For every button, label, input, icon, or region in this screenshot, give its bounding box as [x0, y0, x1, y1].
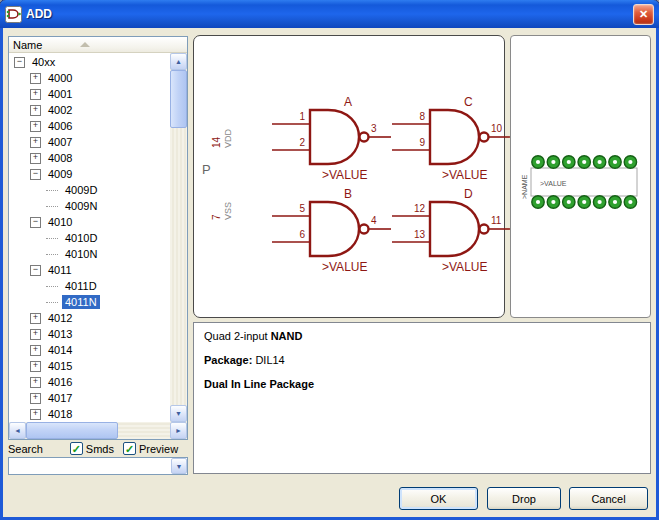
- svg-text:3: 3: [371, 123, 377, 134]
- tree-item-4017[interactable]: +4017: [12, 390, 170, 406]
- tree-item-4014[interactable]: +4014: [12, 342, 170, 358]
- tree-item-label[interactable]: 40xx: [29, 55, 58, 69]
- tree-item-label[interactable]: 4012: [45, 311, 75, 325]
- tree-indent: [12, 126, 30, 127]
- tree-column-header-name[interactable]: Name: [9, 37, 187, 53]
- tree-item-4012[interactable]: +4012: [12, 310, 170, 326]
- expand-icon[interactable]: +: [30, 409, 41, 420]
- expand-icon[interactable]: +: [30, 73, 41, 84]
- tree-connector: [46, 286, 58, 287]
- tree-item-label[interactable]: 4011N: [62, 295, 100, 309]
- power-bottom-pin: 7: [211, 214, 222, 220]
- library-tree-panel: Name −40xx+4000+4001+4002+4006+4007+4008…: [8, 36, 188, 440]
- drop-button[interactable]: Drop: [487, 487, 561, 510]
- tree-item-label[interactable]: 4018: [45, 407, 75, 421]
- collapse-icon[interactable]: −: [30, 265, 41, 276]
- expand-icon[interactable]: +: [30, 313, 41, 324]
- tree-item-label[interactable]: 4002: [45, 103, 75, 117]
- tree-indent: [12, 158, 30, 159]
- tree-indent: [12, 174, 30, 175]
- scroll-left-icon[interactable]: ◄: [9, 422, 26, 439]
- tree-item-4011D[interactable]: 4011D: [12, 278, 170, 294]
- tree-connector: [46, 206, 58, 207]
- tree-item-label[interactable]: 4007: [45, 135, 75, 149]
- expand-icon[interactable]: +: [30, 105, 41, 116]
- tree-item-label[interactable]: 4010D: [62, 231, 100, 245]
- tree-item-4000[interactable]: +4000: [12, 70, 170, 86]
- scroll-down-icon[interactable]: ▼: [170, 405, 187, 422]
- tree-item-label[interactable]: 4013: [45, 327, 75, 341]
- svg-text:11: 11: [491, 215, 502, 226]
- tree-item-4008[interactable]: +4008: [12, 150, 170, 166]
- tree-item-label[interactable]: 4011: [45, 263, 75, 277]
- tree-item-4010[interactable]: −4010: [12, 214, 170, 230]
- vertical-scroll-thumb[interactable]: [170, 70, 187, 128]
- horizontal-scroll-thumb[interactable]: [26, 422, 118, 439]
- tree-connector: [46, 302, 58, 303]
- vertical-scroll-track[interactable]: [170, 70, 187, 405]
- tree-item-4011N[interactable]: 4011N: [12, 294, 170, 310]
- tree-item-4013[interactable]: +4013: [12, 326, 170, 342]
- tree-item-label[interactable]: 4008: [45, 151, 75, 165]
- horizontal-scroll-track[interactable]: [26, 422, 170, 439]
- preview-label[interactable]: Preview: [139, 443, 178, 455]
- expand-icon[interactable]: +: [30, 393, 41, 404]
- tree-item-40xx[interactable]: −40xx: [12, 54, 170, 70]
- tree-item-4010D[interactable]: 4010D: [12, 230, 170, 246]
- tree-item-4009D[interactable]: 4009D: [12, 182, 170, 198]
- tree-item-4018[interactable]: +4018: [12, 406, 170, 422]
- expand-icon[interactable]: +: [30, 153, 41, 164]
- combo-dropdown-icon[interactable]: ▼: [171, 458, 187, 474]
- tree-item-4011[interactable]: −4011: [12, 262, 170, 278]
- smds-label[interactable]: Smds: [86, 443, 114, 455]
- tree-item-4010N[interactable]: 4010N: [12, 246, 170, 262]
- tree-item-label[interactable]: 4017: [45, 391, 75, 405]
- tree-indent: [12, 238, 46, 239]
- tree-item-4009N[interactable]: 4009N: [12, 198, 170, 214]
- tree-item-4001[interactable]: +4001: [12, 86, 170, 102]
- tree-header-label: Name: [13, 39, 42, 51]
- tree-horizontal-scrollbar[interactable]: ◄ ►: [9, 422, 187, 439]
- tree-item-label[interactable]: 4014: [45, 343, 75, 357]
- search-input[interactable]: [9, 458, 171, 474]
- collapse-icon[interactable]: −: [30, 169, 41, 180]
- tree-item-4006[interactable]: +4006: [12, 118, 170, 134]
- tree-vertical-scrollbar[interactable]: ▲ ▼: [170, 53, 187, 422]
- expand-icon[interactable]: +: [30, 89, 41, 100]
- collapse-icon[interactable]: −: [30, 217, 41, 228]
- tree-item-4007[interactable]: +4007: [12, 134, 170, 150]
- tree-item-4002[interactable]: +4002: [12, 102, 170, 118]
- expand-icon[interactable]: +: [30, 345, 41, 356]
- tree-item-label[interactable]: 4010: [45, 215, 75, 229]
- cancel-button[interactable]: Cancel: [569, 487, 648, 510]
- tree-item-label[interactable]: 4000: [45, 71, 75, 85]
- scroll-up-icon[interactable]: ▲: [170, 53, 187, 70]
- tree-item-4015[interactable]: +4015: [12, 358, 170, 374]
- expand-icon[interactable]: +: [30, 361, 41, 372]
- tree-item-label[interactable]: 4011D: [62, 279, 100, 293]
- close-button[interactable]: ✕: [633, 4, 654, 25]
- add-dialog-window: ADD ✕ Name −40xx+4000+4001+4002+4006+400…: [0, 0, 659, 520]
- expand-icon[interactable]: +: [30, 329, 41, 340]
- tree-item-label[interactable]: 4016: [45, 375, 75, 389]
- expand-icon[interactable]: +: [30, 137, 41, 148]
- ok-button[interactable]: OK: [399, 487, 478, 510]
- preview-checkbox[interactable]: ✓: [123, 442, 136, 455]
- tree-item-label[interactable]: 4006: [45, 119, 75, 133]
- nand-gate-D: D121311>VALUE: [392, 182, 512, 276]
- tree-indent: [12, 270, 30, 271]
- tree-item-4016[interactable]: +4016: [12, 374, 170, 390]
- tree-item-label[interactable]: 4010N: [62, 247, 100, 261]
- smds-checkbox[interactable]: ✓: [70, 442, 83, 455]
- expand-icon[interactable]: +: [30, 377, 41, 388]
- tree-item-label[interactable]: 4001: [45, 87, 75, 101]
- expand-icon[interactable]: +: [30, 121, 41, 132]
- schematic-canvas: P 14 VDD 7 VSS A123>VALUEC8910>VALUEB564…: [194, 36, 504, 317]
- tree-item-label[interactable]: 4009D: [62, 183, 100, 197]
- scroll-right-icon[interactable]: ►: [170, 422, 187, 439]
- tree-item-label[interactable]: 4009N: [62, 199, 100, 213]
- tree-item-label[interactable]: 4015: [45, 359, 75, 373]
- tree-item-label[interactable]: 4009: [45, 167, 75, 181]
- collapse-icon[interactable]: −: [14, 57, 25, 68]
- tree-item-4009[interactable]: −4009: [12, 166, 170, 182]
